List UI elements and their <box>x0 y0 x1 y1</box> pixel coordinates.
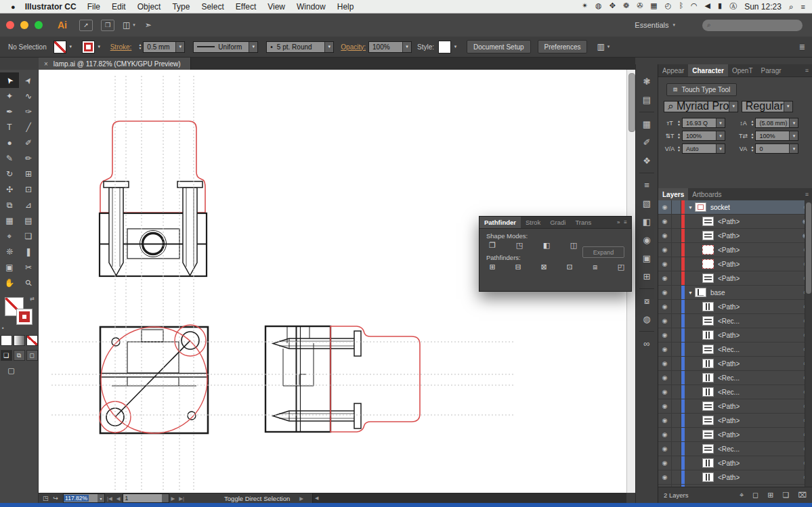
lock-toggle-cell[interactable] <box>672 399 681 413</box>
visibility-eye-icon[interactable]: ◉ <box>658 271 672 285</box>
ellipse-tool[interactable]: ● <box>0 135 19 150</box>
first-artboard-button[interactable]: |◀ <box>107 495 112 502</box>
lock-toggle-cell[interactable] <box>672 428 681 441</box>
layer-label[interactable]: <Path> <box>718 218 740 225</box>
lock-toggle-cell[interactable] <box>672 286 681 299</box>
pathfinder-panel-menu-icon[interactable]: ≡ <box>624 219 627 225</box>
layer-label[interactable]: <Rec... <box>718 317 740 325</box>
layer-label[interactable]: <Path> <box>718 303 740 311</box>
width-profile-dropdown-icon[interactable] <box>249 42 257 52</box>
transparency-icon[interactable]: ◧ <box>636 213 658 231</box>
pathfinder-tab-trans[interactable]: Trans <box>570 217 596 228</box>
layer-object-row[interactable]: ◉<Path>○ <box>658 399 812 414</box>
symbols-icon[interactable]: ❖ <box>636 152 658 170</box>
lock-toggle-cell[interactable] <box>672 243 681 257</box>
expand-button[interactable]: Expand <box>582 246 624 258</box>
free-transform-tool[interactable]: ⊡ <box>19 181 38 197</box>
menu-item-select[interactable]: Select <box>201 2 223 12</box>
status-left-icon-1[interactable]: ◳ <box>43 495 49 502</box>
visibility-eye-icon[interactable]: ◉ <box>658 314 672 328</box>
zoom-window-button[interactable] <box>35 21 43 29</box>
time-machine-icon[interactable]: ◴ <box>665 1 672 12</box>
default-fill-stroke-icon[interactable]: ▪ <box>2 325 4 331</box>
layer-thumbnail[interactable] <box>702 273 714 283</box>
leading-field-stepper[interactable]: ▲▼ <box>751 120 754 127</box>
keyboard-icon[interactable]: ▦ <box>650 1 657 12</box>
touch-type-tool-button[interactable]: ⧈ Touch Type Tool <box>666 83 737 96</box>
menu-item-file[interactable]: File <box>87 2 100 12</box>
type-tool[interactable]: T <box>0 119 19 135</box>
font-style-field[interactable]: Regular <box>742 101 793 112</box>
layer-label[interactable]: <Path> <box>718 332 740 339</box>
visibility-eye-icon[interactable]: ◉ <box>658 243 672 257</box>
column-graph-tool[interactable]: ❚ <box>19 244 38 259</box>
stock-photos-icon[interactable]: ❒ <box>101 20 114 31</box>
artboard-navigation-field[interactable]: 1 <box>123 493 169 503</box>
opacity-field[interactable]: 100% <box>368 41 412 53</box>
workspace-dropdown-icon[interactable]: ▾ <box>672 22 675 28</box>
layer-object-row[interactable]: ◉<Path>◉ <box>658 229 812 243</box>
status-flyout-icon[interactable]: ▶ <box>299 495 303 502</box>
style-swatch[interactable] <box>438 41 451 53</box>
color-icon[interactable]: ❃ <box>636 72 658 91</box>
preferences-button[interactable]: Preferences <box>538 40 588 53</box>
layer-thumbnail[interactable] <box>702 302 714 311</box>
layer-label[interactable]: <Path> <box>718 246 740 254</box>
magic-wand-tool[interactable]: ✦ <box>0 88 19 104</box>
zoom-level-field[interactable]: 117.82% <box>63 493 105 503</box>
wifi-icon[interactable]: ◠ <box>691 1 698 12</box>
next-artboard-button[interactable]: ▶ <box>171 495 175 502</box>
libraries-icon[interactable]: ◍ <box>636 310 658 328</box>
lock-toggle-cell[interactable] <box>672 371 681 384</box>
new-sublayer-icon[interactable]: ⊞ <box>767 491 773 500</box>
lock-toggle-cell[interactable] <box>672 456 681 470</box>
draw-normal-button[interactable]: ❑ <box>1 350 12 361</box>
layer-object-row[interactable]: ◉<Path>○ <box>658 414 812 428</box>
layer-label[interactable]: base <box>710 289 725 296</box>
stroke-dropdown-icon[interactable]: ▾ <box>96 44 102 49</box>
apple-menu-icon[interactable]: ● <box>11 3 16 11</box>
vertical-scroll-thumb[interactable] <box>628 73 635 132</box>
disclosure-triangle-icon[interactable]: ▼ <box>688 205 693 210</box>
app-menu-title[interactable]: Illustrator CC <box>25 2 77 12</box>
lock-toggle-cell[interactable] <box>672 271 681 285</box>
layer-group-row[interactable]: ◉▼socket○ <box>658 200 812 215</box>
menu-extra-flower-icon[interactable]: ❁ <box>623 1 629 12</box>
horizontal-scale-field-stepper[interactable]: ▲▼ <box>751 133 754 139</box>
minus-back-icon[interactable]: ◰ <box>615 262 627 272</box>
layer-object-row[interactable]: ◉<Path>○ <box>658 328 812 343</box>
visibility-eye-icon[interactable]: ◉ <box>658 257 672 271</box>
layer-object-row[interactable]: ◉<Rec...○ <box>658 314 812 328</box>
menu-item-window[interactable]: Window <box>297 2 326 12</box>
pathfinder-tab-pathfinder[interactable]: Pathfinder <box>479 217 521 228</box>
lock-toggle-cell[interactable] <box>672 442 681 456</box>
layer-thumbnail[interactable] <box>702 316 714 326</box>
horizontal-scroll-left-icon[interactable]: ◀ <box>313 495 318 501</box>
layer-label[interactable]: <Rec... <box>718 445 740 453</box>
width-profile-field[interactable]: Uniform <box>193 41 258 53</box>
visibility-eye-icon[interactable]: ◉ <box>658 399 672 413</box>
dropbox-icon[interactable]: ✥ <box>610 1 616 12</box>
layer-thumbnail[interactable] <box>702 458 714 468</box>
lock-toggle-cell[interactable] <box>672 257 681 271</box>
artboard-tool[interactable]: ▣ <box>0 259 19 275</box>
zoom-tool[interactable]: ⚲ <box>19 275 38 290</box>
width-tool[interactable]: ✣ <box>0 181 19 197</box>
layer-label[interactable]: <Path> <box>718 460 740 467</box>
layer-label[interactable]: <Path> <box>718 431 740 439</box>
font-size-field-input[interactable]: 16.93 Q <box>682 118 725 128</box>
tracking-field-dropdown-icon[interactable] <box>789 144 798 153</box>
trim-icon[interactable]: ⊟ <box>512 262 524 272</box>
lock-toggle-cell[interactable] <box>672 229 681 242</box>
layer-object-row[interactable]: ◉<Rec...○ <box>658 385 812 399</box>
menu-item-type[interactable]: Type <box>172 2 190 12</box>
tracking-field-input[interactable]: 0 <box>755 144 798 154</box>
minus-front-icon[interactable]: ◳ <box>513 240 526 250</box>
layer-label[interactable]: socket <box>710 204 730 211</box>
visibility-eye-icon[interactable]: ◉ <box>658 414 672 427</box>
layer-thumbnail[interactable] <box>702 359 714 368</box>
screen-mode-button[interactable]: ▢ <box>5 365 17 376</box>
pathfinder-tab-strok[interactable]: Strok <box>521 217 545 228</box>
divide-icon[interactable]: ⊞ <box>486 262 498 272</box>
control-panel-menu-icon[interactable]: ≣ <box>799 43 805 51</box>
